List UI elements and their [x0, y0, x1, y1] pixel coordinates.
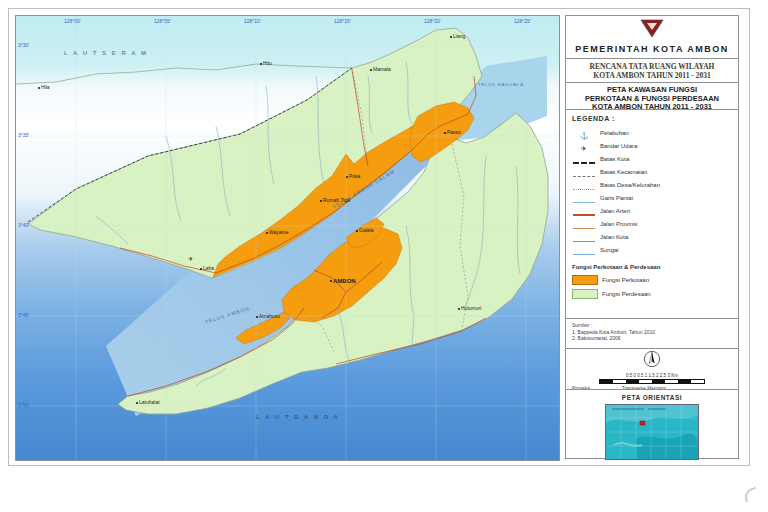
- legend-item: Jalan Arteri: [572, 204, 732, 217]
- main-map: 128°00' 128°05' 128°10' 128°15' 128°20' …: [15, 15, 560, 461]
- grid-label-top: 128°10': [244, 18, 261, 24]
- orientation-box: PETA ORIENTASI: [565, 389, 739, 459]
- zones-title: Fungsi Perkotaan & Perdesaan: [572, 264, 732, 270]
- scale-box: 0.5 0 0.5 1 1.5 2 2.5 3 Km Proyeksi:Tran…: [565, 348, 739, 390]
- grid-label-top: 128°05': [154, 18, 171, 24]
- legend-item: Jalan Provinsi: [572, 217, 732, 230]
- legend-item: Garis Pantai: [572, 191, 732, 204]
- legend-item: Batas Kecamatan: [572, 165, 732, 178]
- legend-item-label: Batas Desa/Kelurahan: [600, 182, 660, 188]
- legend-item-label: Sungai: [600, 247, 619, 253]
- map-marker: Wayame: [266, 230, 289, 235]
- sea-label-laut-banda: L A U T B A N D A: [256, 414, 340, 420]
- legend-item-label: Batas Kecamatan: [600, 169, 647, 175]
- map-marker: Passo: [444, 130, 461, 135]
- bay-label-teluk-baguala: TELUK BAGUALA: [478, 82, 524, 87]
- map-marker: Rumah Tiga: [320, 198, 350, 203]
- grid-label-left: 3°30': [18, 42, 29, 48]
- corner-artifact: [740, 486, 760, 504]
- legend-zone-label: Fungsi Perkotaan: [602, 277, 649, 283]
- grid-label-left: 3°50': [18, 402, 29, 408]
- urban-zone-swatch: [572, 275, 598, 285]
- map-marker: Latuhalat: [136, 400, 160, 405]
- map-marker: Galala: [356, 228, 373, 233]
- map-sheet: 128°00' 128°05' 128°10' 128°15' 128°20' …: [8, 8, 750, 466]
- map-marker: Hutumuri: [458, 306, 481, 311]
- legend-box: LEGENDA : ⚓ Pelabuhan ✈ Bandar Udara Bat…: [565, 109, 739, 319]
- sources-box: Sumber : 1. Bappeda Kota Ambon, Tahun 20…: [565, 318, 739, 349]
- map-sheet-page: 128°00' 128°05' 128°10' 128°15' 128°20' …: [0, 0, 768, 512]
- legend-item-label: Bandar Udara: [600, 143, 637, 149]
- orientation-inset-map: [605, 404, 699, 460]
- map-marker: Hila: [38, 85, 50, 90]
- legend-zone-item: Fungsi Perdesaan: [572, 287, 732, 301]
- legend-item: Jalan Kota: [572, 230, 732, 243]
- scale-bar: [599, 379, 705, 384]
- river-swatch: [573, 254, 595, 255]
- map-title-box: PETA KAWASAN FUNGSI PERKOTAAN & FUNGSI P…: [565, 82, 739, 110]
- legend-item: ✈ Bandar Udara: [572, 139, 732, 152]
- legend-zone-item: Fungsi Perkotaan: [572, 273, 732, 287]
- grid-label-top: 128°25': [514, 18, 531, 24]
- sources-line2: 2. Bakosurtanal, 2006: [572, 335, 732, 342]
- rural-zone-swatch: [572, 289, 598, 299]
- map-marker: Poka: [346, 174, 360, 179]
- grid-label-top: 128°20': [424, 18, 441, 24]
- airport-icon: ✈: [188, 256, 193, 262]
- legend-item-label: Jalan Arteri: [600, 208, 630, 214]
- map-marker-city: AMBON: [330, 278, 356, 284]
- plan-title-line2: KOTA AMBON TAHUN 2011 - 2031: [566, 71, 738, 80]
- legend-item-label: Garis Pantai: [600, 195, 633, 201]
- government-title: PEMERINTAH KOTA AMBON: [566, 44, 738, 54]
- location-marker: [640, 421, 645, 425]
- legend-item-label: Batas Kota: [600, 156, 629, 162]
- grid-label-top: 128°15': [334, 18, 351, 24]
- grid-label-left: 3°35': [18, 132, 29, 138]
- legend-title: LEGENDA :: [572, 115, 732, 122]
- government-header-box: PEMERINTAH KOTA AMBON: [565, 15, 739, 59]
- legend-item-label: Pelabuhan: [600, 130, 629, 136]
- plan-title-box: RENCANA TATA RUANG WILAYAH KOTA AMBON TA…: [565, 58, 739, 83]
- map-info-panel: PEMERINTAH KOTA AMBON RENCANA TATA RUANG…: [565, 15, 741, 459]
- legend-item: Batas Kota: [572, 152, 732, 165]
- legend-item: ⚓ Pelabuhan: [572, 126, 732, 139]
- north-arrow: [642, 350, 662, 368]
- ambon-city-logo: [640, 19, 664, 38]
- map-marker: Hitu: [260, 61, 272, 66]
- scale-bar-ticks: 0.5 0 0.5 1 1.5 2 2.5 3 Km: [572, 373, 732, 378]
- orientation-title: PETA ORIENTASI: [566, 394, 738, 401]
- map-marker: Mamala: [370, 67, 391, 72]
- grid-label-top: 128°00': [64, 18, 81, 24]
- map-marker: Amahusu: [256, 314, 280, 319]
- legend-item: Batas Desa/Kelurahan: [572, 178, 732, 191]
- grid-label-left: 3°40': [18, 222, 29, 228]
- map-marker: Liang: [450, 34, 465, 39]
- grid-label-left: 3°45': [18, 312, 29, 318]
- legend-item-label: Jalan Provinsi: [600, 221, 637, 227]
- legend-zone-label: Fungsi Perdesaan: [602, 291, 651, 297]
- sea-label-laut-seram: L A U T S E R A M: [64, 50, 148, 56]
- plan-title-line1: RENCANA TATA RUANG WILAYAH: [566, 62, 738, 71]
- legend-item: Sungai: [572, 243, 732, 256]
- map-marker: Laha: [200, 266, 214, 271]
- legend-item-label: Jalan Kota: [600, 234, 628, 240]
